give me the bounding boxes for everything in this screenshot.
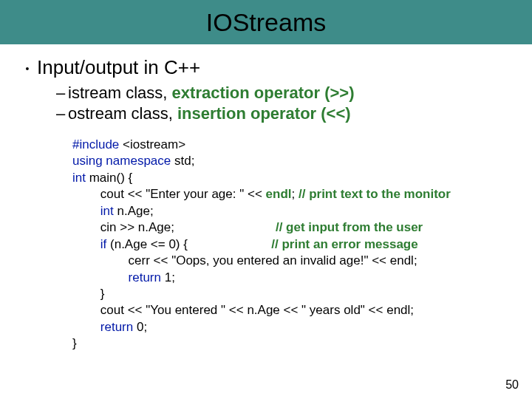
slide-title: IOStreams <box>206 8 326 37</box>
sub-bullet-2: –ostream class, insertion operator (<<) <box>56 104 511 123</box>
txt <box>72 204 100 218</box>
code-line: } <box>72 335 511 352</box>
txt: ; <box>292 187 299 201</box>
sub2-prefix: ostream class, <box>68 104 177 123</box>
kw: return <box>100 320 133 334</box>
code-line: } <box>72 286 511 302</box>
comment: // print text to the monitor <box>299 187 451 201</box>
code-line: return 1; <box>72 270 511 286</box>
dash-icon: – <box>56 83 68 103</box>
sub1-em: extraction operator (>>) <box>172 83 355 102</box>
txt: (n.Age <= 0) { <box>106 237 271 251</box>
code-line: cout << "Enter your age: " << endl; // p… <box>72 186 511 202</box>
bullet-level1: •Input/output in C++ <box>21 56 511 79</box>
txt: cout << "Enter your age: " << <box>72 187 266 201</box>
code-line: using namespace std; <box>72 153 511 169</box>
dash-icon: – <box>56 104 68 123</box>
txt <box>72 320 100 334</box>
txt: <iostream> <box>119 137 185 151</box>
txt: cerr << "Oops, you entered an invalid ag… <box>72 253 417 267</box>
code-line: #include <iostream> <box>72 137 511 153</box>
bullet-dot-icon: • <box>21 63 37 75</box>
page-number: 50 <box>505 378 519 392</box>
txt <box>72 270 129 284</box>
txt: 1; <box>161 270 175 284</box>
content-area: •Input/output in C++ –istream class, ext… <box>0 44 532 352</box>
txt: cout << "You entered " << n.Age << " yea… <box>72 303 414 317</box>
code-line: cin >> n.Age; // get input from the user <box>72 219 511 236</box>
code-line: int n.Age; <box>72 203 511 219</box>
txt: main() { <box>86 171 132 185</box>
kw: return <box>129 270 161 284</box>
kw: int <box>72 171 86 185</box>
kw: using namespace <box>72 154 171 168</box>
kw: int <box>100 204 114 218</box>
sub1-prefix: istream class, <box>68 83 172 102</box>
kw: #include <box>72 137 119 151</box>
txt <box>72 237 100 251</box>
sub-bullets: –istream class, extraction operator (>>)… <box>21 83 511 123</box>
comment: // get input from the user <box>276 220 423 234</box>
txt: std; <box>171 154 194 168</box>
code-line: int main() { <box>72 170 511 186</box>
code-line: cerr << "Oops, you entered an invalid ag… <box>72 253 511 269</box>
code-line: return 0; <box>72 319 511 335</box>
title-bar: IOStreams <box>0 0 532 44</box>
txt: 0; <box>133 320 147 334</box>
sub2-em: insertion operator (<<) <box>177 104 351 123</box>
txt: cin >> n.Age; <box>72 220 276 234</box>
em: endl <box>266 187 292 201</box>
txt: } <box>72 336 77 350</box>
txt: } <box>72 287 104 301</box>
sub-bullet-1: –istream class, extraction operator (>>) <box>56 83 511 103</box>
txt: n.Age; <box>114 204 154 218</box>
code-line: cout << "You entered " << n.Age << " yea… <box>72 302 511 318</box>
slide: IOStreams •Input/output in C++ –istream … <box>0 0 532 399</box>
code-block: #include <iostream> using namespace std;… <box>21 125 511 352</box>
heading-text: Input/output in C++ <box>37 56 200 78</box>
code-line: if (n.Age <= 0) { // print an error mess… <box>72 236 511 253</box>
comment: // print an error message <box>271 237 417 251</box>
